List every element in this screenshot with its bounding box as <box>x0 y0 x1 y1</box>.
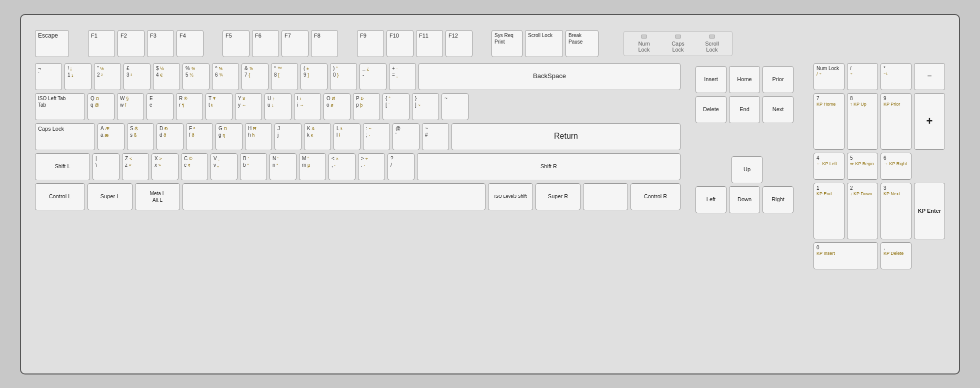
f12-key[interactable]: F12 <box>446 30 472 57</box>
f8-key[interactable]: F8 <box>311 30 338 57</box>
9-key[interactable]: ( ± 9 ] <box>300 63 328 90</box>
scrolllock-key[interactable]: Scroll Lock <box>525 30 563 57</box>
comma-key[interactable]: < × , · <box>328 153 356 180</box>
4-key[interactable]: $ ¼ 4 € <box>153 63 180 90</box>
j-key[interactable]: J j <box>274 123 302 150</box>
e-key[interactable]: E e <box>146 93 174 120</box>
1-key[interactable]: ! ¡ 1 ₁ <box>64 63 92 90</box>
p-key[interactable]: P Þ p þ <box>353 93 380 120</box>
y-key[interactable]: Y ¥ y ← <box>235 93 262 120</box>
shiftr-key[interactable]: Shift R <box>417 153 680 180</box>
l-key[interactable]: L Ł l ł <box>334 123 360 150</box>
numpad-minus-key[interactable]: − <box>914 63 945 90</box>
slash-key[interactable]: ? / <box>388 153 414 180</box>
n-key[interactable]: N ' n " <box>270 153 296 180</box>
q-key[interactable]: Q Ω q @ <box>88 93 114 120</box>
f3-key[interactable]: F3 <box>147 30 174 57</box>
7-key[interactable]: & ⅞ 7 { <box>242 63 268 90</box>
f1-key[interactable]: F1 <box>88 30 115 57</box>
numpad-6-key[interactable]: 6 → KP Right <box>880 153 912 180</box>
o-key[interactable]: O Ø o ø <box>324 93 350 120</box>
m-key[interactable]: M ° m µ <box>299 153 326 180</box>
tab-key[interactable]: ISO Left Tab Tab <box>35 93 85 120</box>
w-key[interactable]: W § w ſ <box>117 93 144 120</box>
breakpause-key[interactable]: Break Pause <box>566 30 598 57</box>
ctrlr-key[interactable]: Control R <box>630 183 680 210</box>
c-key[interactable]: C © c ¢ <box>181 153 208 180</box>
g-key[interactable]: G Ŋ g ŋ <box>216 123 242 150</box>
numpad-0-key[interactable]: 0 KP Insert <box>814 242 878 269</box>
f7-key[interactable]: F7 <box>282 30 308 57</box>
metal-key[interactable]: Meta L Alt L <box>135 183 180 210</box>
period-key[interactable]: > ÷ . · <box>358 153 385 180</box>
capslock-key[interactable]: Caps Lock <box>35 123 95 150</box>
quote-key[interactable]: @ ' <box>392 123 420 150</box>
next-key[interactable]: Next <box>762 96 794 123</box>
numpad-9-key[interactable]: 9 KP Prior <box>880 93 912 150</box>
f4-key[interactable]: F4 <box>176 30 204 57</box>
z-key[interactable]: Z < z « <box>122 153 149 180</box>
8-key[interactable]: * ™ 8 [ <box>271 63 298 90</box>
numpad-4-key[interactable]: 4 ← KP Left <box>814 153 844 180</box>
prior-key[interactable]: Prior <box>762 66 794 93</box>
kpenter-key[interactable]: KP Enter <box>914 183 945 239</box>
f-key[interactable]: F ª f ð <box>186 123 213 150</box>
numpad-8-key[interactable]: 8 ↑ KP Up <box>847 93 878 150</box>
semicolon-key[interactable]: : ~ ; · <box>363 123 390 150</box>
delete-key[interactable]: Delete <box>696 96 726 123</box>
numpad-slash-key[interactable]: / ÷ <box>847 63 878 90</box>
iso3-key[interactable]: ISO Level3 Shift <box>488 183 533 210</box>
b-key[interactable]: B ' b " <box>240 153 267 180</box>
shiftl-key[interactable]: Shift L <box>35 153 90 180</box>
numpad-asterisk-key[interactable]: * ⁻¹ <box>880 63 912 90</box>
r-key[interactable]: R ® r ¶ <box>176 93 203 120</box>
end-key[interactable]: End <box>729 96 760 123</box>
u-key[interactable]: U ↑ u ↓ <box>264 93 292 120</box>
ctrll-key[interactable]: Control L <box>35 183 85 210</box>
numpad-5-key[interactable]: 5 ⇔ KP Begin <box>847 153 878 180</box>
numlock-key[interactable]: Num Lock / ÷ <box>814 63 844 90</box>
f6-key[interactable]: F6 <box>252 30 279 57</box>
f2-key[interactable]: F2 <box>118 30 144 57</box>
sysreq-key[interactable]: Sys Req Print <box>492 30 522 57</box>
v-key[interactable]: V , v „ <box>210 153 238 180</box>
k-key[interactable]: K & k ĸ <box>304 123 331 150</box>
f9-key[interactable]: F9 <box>357 30 384 57</box>
5-key[interactable]: % ⅜ 5 ½ <box>182 63 210 90</box>
numpad-2-key[interactable]: 2 ↓ KP Down <box>847 183 878 239</box>
3-key[interactable]: £ 3 ³ <box>124 63 150 90</box>
space-key[interactable] <box>182 183 486 210</box>
equals-key[interactable]: + · = ¸ <box>389 63 416 90</box>
h-key[interactable]: H Ħ h ħ <box>245 123 272 150</box>
numpad-3-key[interactable]: 3 KP Next <box>880 183 912 239</box>
backtick-key[interactable]: ¬ ` <box>35 63 62 90</box>
backslash-key[interactable]: ~ <box>442 93 468 120</box>
numpad-1-key[interactable]: 1 KP End <box>814 183 844 239</box>
superr-key[interactable]: Super R <box>536 183 580 210</box>
2-key[interactable]: " ⅛ 2 ² <box>94 63 121 90</box>
s-key[interactable]: S ẞ s ß <box>127 123 154 150</box>
0-key[interactable]: ) ° 0 } <box>330 63 357 90</box>
t-key[interactable]: T Ŧ t ŧ <box>206 93 232 120</box>
f5-key[interactable]: F5 <box>222 30 250 57</box>
backspace-key[interactable]: BackSpace <box>418 63 680 90</box>
up-key[interactable]: Up <box>732 156 762 183</box>
d-key[interactable]: D Ð d ð <box>156 123 184 150</box>
right-key[interactable]: Right <box>762 186 794 213</box>
left-key[interactable]: Left <box>696 186 726 213</box>
f10-key[interactable]: F10 <box>386 30 414 57</box>
return-key[interactable]: Return <box>452 123 680 150</box>
f11-key[interactable]: F11 <box>416 30 443 57</box>
hash-key[interactable]: ~ # <box>422 123 449 150</box>
down-key[interactable]: Down <box>729 186 760 213</box>
superl-key[interactable]: Super L <box>88 183 132 210</box>
x-key[interactable]: X > x » <box>152 153 178 180</box>
numpad-plus-key[interactable]: + <box>914 93 945 150</box>
6-key[interactable]: ^ ⅝ 6 ¾ <box>212 63 239 90</box>
a-key[interactable]: A Æ a æ <box>98 123 124 150</box>
pipe-key[interactable]: | \ <box>92 153 120 180</box>
minus-key[interactable]: _ ¿ - <box>360 63 386 90</box>
i-key[interactable]: I ı i → <box>294 93 321 120</box>
insert-key[interactable]: Insert <box>696 66 726 93</box>
escape-key[interactable]: Escape <box>35 30 69 57</box>
